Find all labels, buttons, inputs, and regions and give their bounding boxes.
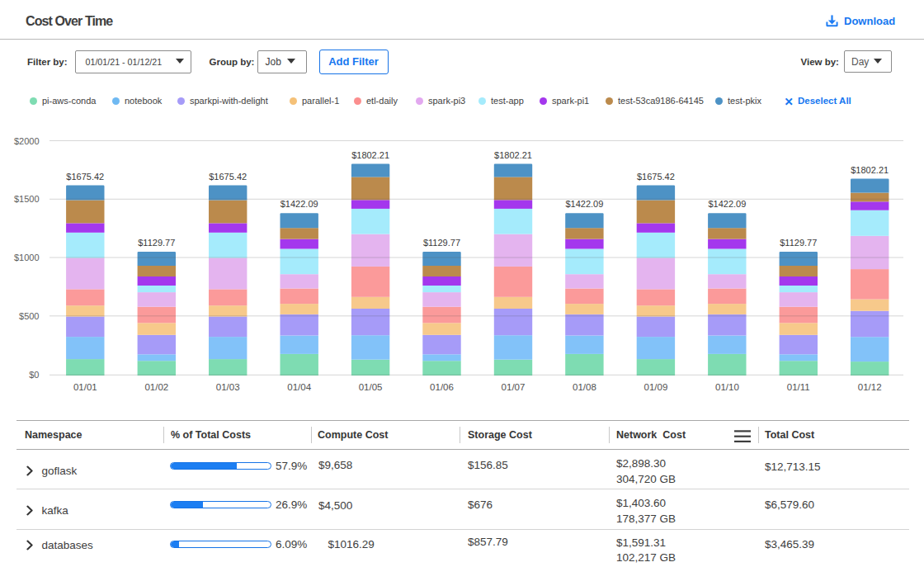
svg-text:$500: $500	[19, 311, 39, 321]
svg-text:$1675.42: $1675.42	[66, 172, 104, 182]
svg-text:01/09: 01/09	[644, 382, 668, 392]
svg-text:$1675.42: $1675.42	[637, 172, 675, 182]
svg-text:01/01: 01/01	[73, 382, 97, 392]
svg-text:$1802.21: $1802.21	[851, 165, 889, 175]
svg-text:01/07: 01/07	[502, 382, 526, 392]
svg-text:$1802.21: $1802.21	[494, 150, 532, 160]
svg-text:$1129.77: $1129.77	[423, 238, 460, 248]
svg-text:01/05: 01/05	[359, 382, 383, 392]
svg-text:01/11: 01/11	[787, 382, 810, 392]
svg-text:$1802.21: $1802.21	[351, 150, 389, 160]
svg-text:01/04: 01/04	[287, 382, 311, 392]
svg-text:01/08: 01/08	[573, 382, 596, 392]
svg-text:01/10: 01/10	[715, 382, 739, 392]
svg-text:$2000: $2000	[14, 136, 40, 146]
svg-text:$1422.09: $1422.09	[280, 199, 318, 209]
svg-text:01/12: 01/12	[858, 382, 882, 392]
svg-text:$1500: $1500	[14, 194, 40, 204]
svg-text:$1129.77: $1129.77	[138, 238, 175, 248]
svg-text:$1675.42: $1675.42	[209, 172, 247, 182]
svg-text:01/02: 01/02	[144, 382, 168, 392]
svg-text:$1129.77: $1129.77	[780, 238, 817, 248]
svg-text:01/03: 01/03	[216, 382, 240, 392]
svg-text:01/06: 01/06	[430, 382, 454, 392]
svg-text:$1422.09: $1422.09	[565, 199, 603, 209]
svg-text:$0: $0	[29, 370, 39, 380]
svg-text:$1422.09: $1422.09	[708, 199, 746, 209]
svg-text:$1000: $1000	[14, 253, 40, 262]
